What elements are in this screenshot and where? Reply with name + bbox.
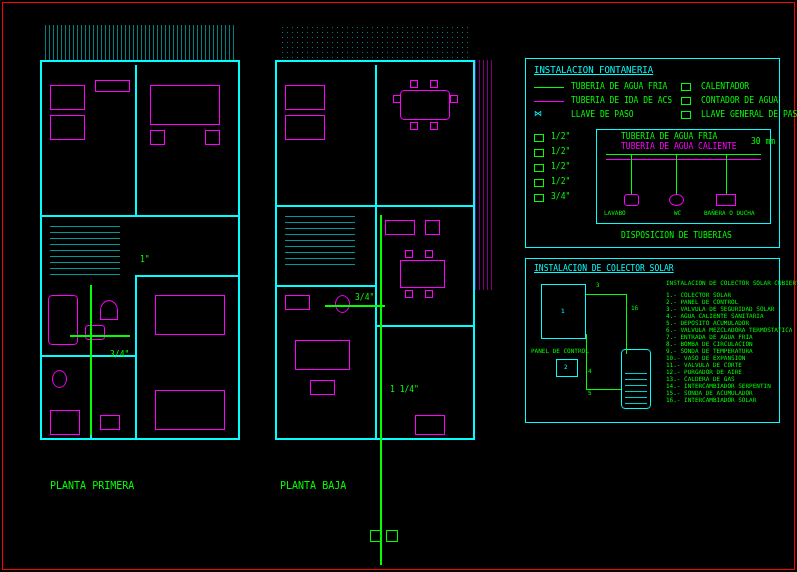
sub-title: DISPOSICION DE TUBERIAS bbox=[621, 231, 732, 240]
bed bbox=[50, 115, 85, 140]
chair bbox=[425, 250, 433, 258]
diag-wc bbox=[669, 194, 684, 206]
list-item: 2.- PANEL DE CONTROL bbox=[666, 298, 792, 305]
patio-hatch bbox=[280, 25, 470, 60]
size: 1/2" bbox=[551, 132, 570, 141]
staircase bbox=[50, 225, 120, 275]
chair bbox=[410, 80, 418, 88]
list-item: 3.- VALVULA DE SEGURIDAD SOLAR bbox=[666, 305, 792, 312]
bed bbox=[155, 295, 225, 335]
ext-label: 30 mm bbox=[751, 137, 775, 146]
list-item: 13.- CALDERA DE GAS bbox=[666, 375, 792, 382]
wc bbox=[52, 370, 67, 388]
dim-label: 1 1/4" bbox=[390, 385, 419, 394]
num: 1 bbox=[561, 307, 565, 314]
size: 3/4" bbox=[551, 192, 570, 201]
diag-pipe bbox=[606, 159, 761, 160]
fixture-label: LAVABO bbox=[604, 209, 626, 216]
kitchen bbox=[385, 220, 415, 235]
sink bbox=[100, 415, 120, 430]
size: 1/2" bbox=[551, 147, 570, 156]
size: 1/2" bbox=[551, 177, 570, 186]
panel-label: PANEL DE CONTROL bbox=[531, 347, 589, 354]
diag-lavabo bbox=[624, 194, 639, 206]
list-item: 11.- VALVULA DE CORTE bbox=[666, 361, 792, 368]
list-item: 14.- INTERCAMBIADOR SERPENTIN bbox=[666, 382, 792, 389]
wall bbox=[275, 285, 375, 287]
plan-title-baja: PLANTA BAJA bbox=[280, 480, 346, 491]
sofa bbox=[285, 115, 325, 140]
list-item: 12.- PURGADOR DE AIRE bbox=[666, 368, 792, 375]
list-item: 10.- VASO DE EXPANSION bbox=[666, 354, 792, 361]
fixture-label: WC bbox=[674, 209, 681, 216]
diag-drop bbox=[676, 154, 677, 194]
sink bbox=[85, 325, 105, 340]
sym bbox=[534, 194, 544, 202]
cold-pipe bbox=[325, 305, 385, 307]
diag-drop bbox=[726, 154, 727, 194]
plan-baja: 3/4" 1 1/4" bbox=[275, 25, 475, 445]
list-item: 15.- SONDA DE ACUMULADOR bbox=[666, 389, 792, 396]
sym-valve: ⋈ bbox=[534, 109, 542, 118]
valve-symbol bbox=[386, 530, 398, 542]
wc bbox=[100, 300, 118, 320]
bed bbox=[50, 85, 85, 110]
fixture-label: BAÑERA O DUCHA bbox=[704, 209, 755, 216]
list-item: 5.- DEPOSITO ACUMULADOR bbox=[666, 319, 792, 326]
solar-pipe bbox=[586, 389, 621, 390]
sofa bbox=[295, 340, 350, 370]
cold-pipe bbox=[70, 335, 130, 337]
num: 2 bbox=[564, 363, 568, 370]
legend-item: TUBERIA DE AGUA FRIA bbox=[571, 82, 667, 91]
chair bbox=[450, 95, 458, 103]
chair bbox=[410, 122, 418, 130]
wall bbox=[375, 205, 377, 440]
num: 4 bbox=[588, 367, 592, 374]
diag-pipe bbox=[606, 154, 761, 155]
pipe-title: TUBERIA DE AGUA FRIA bbox=[621, 132, 717, 141]
wall bbox=[135, 65, 137, 215]
wardrobe bbox=[95, 80, 130, 92]
chair bbox=[430, 122, 438, 130]
sym bbox=[534, 179, 544, 187]
table bbox=[400, 260, 445, 288]
meter-symbol bbox=[370, 530, 382, 542]
sink bbox=[285, 295, 310, 310]
solar-pipe bbox=[586, 334, 587, 389]
list-item: 8.- BOMBA DE CIRCULACION bbox=[666, 340, 792, 347]
diag-drop bbox=[631, 154, 632, 194]
chair bbox=[405, 250, 413, 258]
solar-pipe bbox=[586, 294, 626, 295]
num: 16 bbox=[631, 304, 638, 311]
sub-title: INSTALACION DE COLECTOR SOLAR CUBIERTA bbox=[666, 279, 797, 286]
chair bbox=[405, 290, 413, 298]
cold-pipe bbox=[380, 215, 382, 565]
bed bbox=[155, 390, 225, 430]
door bbox=[415, 415, 445, 435]
sym bbox=[534, 164, 544, 172]
sym-meter bbox=[681, 97, 691, 105]
list-item: 7.- ENTRADA DE AGUA FRIA bbox=[666, 333, 792, 340]
wc bbox=[335, 295, 350, 313]
legend-title: INSTALACION FONTANERIA bbox=[534, 65, 653, 75]
sym-pipe-hot bbox=[534, 101, 564, 102]
list-item: 9.- SONDA DE TEMPERATURA bbox=[666, 347, 792, 354]
wall bbox=[375, 325, 475, 327]
kitchen bbox=[425, 220, 440, 235]
legend-item: LLAVE DE PASO bbox=[571, 110, 634, 119]
serpentin bbox=[625, 369, 647, 404]
sym bbox=[534, 149, 544, 157]
legend-item: TUBERIA DE IDA DE ACS bbox=[571, 96, 672, 105]
staircase bbox=[285, 215, 355, 265]
side-hatch bbox=[475, 60, 493, 290]
num: 5 bbox=[588, 389, 592, 396]
dim-label: 1" bbox=[140, 255, 150, 264]
pipe-title: TUBERIA DE AGUA CALIENTE bbox=[621, 142, 737, 151]
list-item: 16.- INTERCAMBIADOR SOLAR bbox=[666, 396, 792, 403]
num: 3 bbox=[596, 281, 600, 288]
legend-solar: INSTALACION DE COLECTOR SOLAR INSTALACIO… bbox=[525, 258, 780, 423]
legend-item: CONTADOR DE AGUA bbox=[701, 96, 778, 105]
wall bbox=[135, 275, 240, 277]
wall bbox=[40, 215, 240, 217]
shower bbox=[50, 410, 80, 435]
